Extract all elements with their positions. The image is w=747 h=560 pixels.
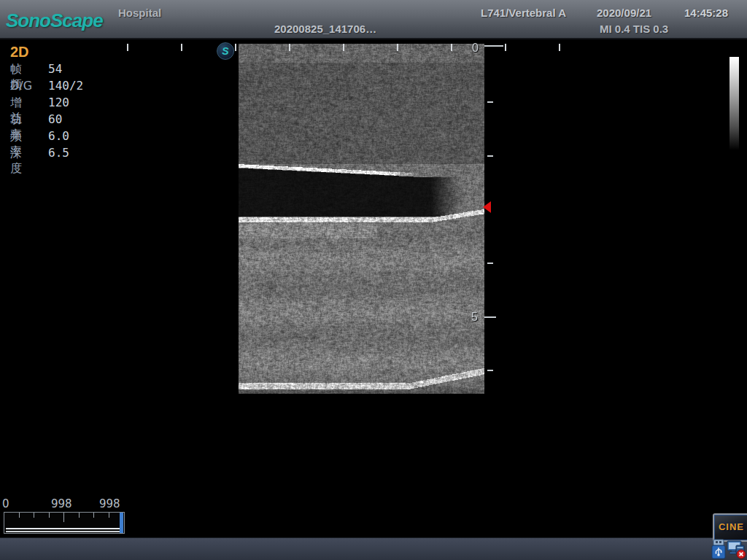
ultrasound-image <box>239 44 484 394</box>
param-value: 6.5 <box>48 146 69 160</box>
ruler-tick <box>235 44 236 51</box>
ruler-tick <box>505 44 506 51</box>
cine-progress-line <box>6 531 121 532</box>
cine-tick <box>93 513 94 518</box>
focus-marker-icon[interactable] <box>483 201 491 213</box>
exam-id: 20200825_141706… <box>274 23 376 35</box>
depth-label-0: 0 <box>472 42 479 55</box>
sonoscape-s-icon: S <box>217 42 234 60</box>
mode-label: 2D <box>10 44 29 61</box>
ruler-tick <box>484 316 496 318</box>
cine-tick <box>79 513 80 518</box>
cine-tick <box>49 513 50 518</box>
red-x-badge <box>737 550 746 559</box>
ruler-tick <box>343 44 344 51</box>
hospital-name: Hospital <box>118 7 161 19</box>
cine-scrollbar[interactable] <box>4 512 125 534</box>
ruler-tick <box>451 44 452 51</box>
param-value: 60 <box>48 112 62 126</box>
cine-scale-start: 0 <box>2 497 9 510</box>
grayscale-bar <box>729 57 739 150</box>
ruler-tick <box>127 44 128 51</box>
ruler-tick <box>484 45 503 47</box>
usb-icon[interactable] <box>710 539 727 559</box>
ruler-tick <box>289 44 290 51</box>
cine-scale-mid: 998 <box>51 497 72 510</box>
depth-label-5: 5 <box>471 311 478 324</box>
ruler-tick <box>487 370 493 371</box>
cine-tick <box>63 513 64 522</box>
sonoscape-logo: SonoScape <box>6 9 103 32</box>
header-bar: SonoScape Hospital 20200825_141706… L741… <box>0 0 747 39</box>
ruler-tick <box>487 155 493 157</box>
ruler-tick <box>487 101 493 103</box>
param-label: D/G <box>10 79 32 93</box>
cine-tick <box>19 513 20 518</box>
ultrasound-app: SonoScape Hospital 20200825_141706… L741… <box>0 0 747 560</box>
ruler-tick <box>487 262 493 264</box>
param-value: 6.0 <box>48 129 69 143</box>
network-error-icon[interactable] <box>726 540 746 559</box>
ruler-tick <box>181 44 182 51</box>
cine-position-handle[interactable] <box>120 513 123 533</box>
param-value: 140/2 <box>48 79 83 93</box>
cine-tick <box>34 513 34 518</box>
taskbar <box>0 537 747 560</box>
mi-tis-display: MI 0.4 TIS 0.3 <box>600 23 668 35</box>
date-display: 2020/09/21 <box>597 7 651 19</box>
time-display: 14:45:28 <box>684 7 728 19</box>
cine-scale-end: 998 <box>99 497 120 510</box>
cine-progress-line <box>6 528 121 529</box>
ruler-tick <box>397 44 398 51</box>
cine-tick <box>109 513 109 518</box>
param-value: 120 <box>48 96 69 109</box>
param-label: 深度 <box>10 146 22 176</box>
param-value: 54 <box>48 62 62 76</box>
cine-button[interactable]: CINE <box>713 513 747 542</box>
ruler-tick <box>559 44 560 51</box>
probe-preset: L741/Vertebral A <box>481 7 566 19</box>
